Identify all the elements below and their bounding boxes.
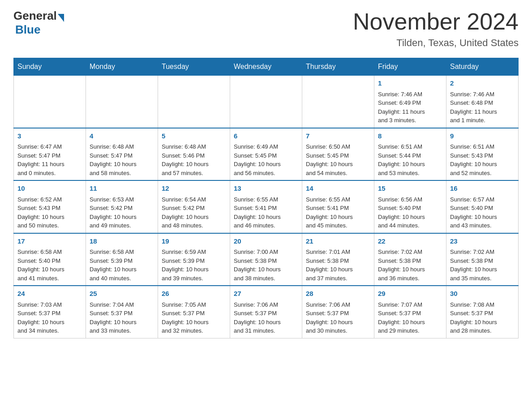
day-info: Sunrise: 7:46 AM Sunset: 6:48 PM Dayligh…	[450, 90, 515, 125]
calendar-week-row: 1Sunrise: 7:46 AM Sunset: 6:49 PM Daylig…	[14, 76, 519, 128]
calendar-week-row: 10Sunrise: 6:52 AM Sunset: 5:43 PM Dayli…	[14, 180, 519, 233]
calendar-cell: 5Sunrise: 6:48 AM Sunset: 5:46 PM Daylig…	[158, 128, 230, 181]
day-info: Sunrise: 6:58 AM Sunset: 5:39 PM Dayligh…	[90, 248, 154, 283]
calendar-cell: 14Sunrise: 6:55 AM Sunset: 5:41 PM Dayli…	[302, 180, 374, 233]
day-number: 25	[90, 289, 154, 299]
weekday-header-monday: Monday	[86, 58, 158, 76]
day-info: Sunrise: 6:58 AM Sunset: 5:40 PM Dayligh…	[17, 248, 82, 283]
day-number: 24	[17, 289, 82, 299]
calendar-cell: 12Sunrise: 6:54 AM Sunset: 5:42 PM Dayli…	[158, 180, 230, 233]
page-header: General Blue November 2024 Tilden, Texas…	[13, 9, 519, 49]
day-number: 26	[162, 289, 226, 299]
calendar-cell: 25Sunrise: 7:04 AM Sunset: 5:37 PM Dayli…	[86, 286, 158, 338]
location-subtitle: Tilden, Texas, United States	[353, 37, 519, 49]
calendar-table: SundayMondayTuesdayWednesdayThursdayFrid…	[13, 58, 519, 338]
day-info: Sunrise: 7:08 AM Sunset: 5:37 PM Dayligh…	[450, 300, 515, 335]
day-number: 17	[17, 236, 82, 247]
logo-arrow-icon	[58, 14, 64, 22]
weekday-header-wednesday: Wednesday	[230, 58, 302, 76]
day-info: Sunrise: 7:06 AM Sunset: 5:37 PM Dayligh…	[234, 300, 298, 335]
weekday-header-friday: Friday	[374, 58, 446, 76]
calendar-cell: 28Sunrise: 7:06 AM Sunset: 5:37 PM Dayli…	[302, 286, 374, 338]
calendar-cell	[14, 76, 86, 128]
day-info: Sunrise: 6:49 AM Sunset: 5:45 PM Dayligh…	[234, 142, 298, 177]
day-number: 16	[450, 184, 515, 194]
day-number: 14	[306, 184, 370, 194]
day-info: Sunrise: 7:02 AM Sunset: 5:38 PM Dayligh…	[378, 248, 442, 283]
calendar-cell: 19Sunrise: 6:59 AM Sunset: 5:39 PM Dayli…	[158, 233, 230, 286]
calendar-cell: 8Sunrise: 6:51 AM Sunset: 5:44 PM Daylig…	[374, 128, 446, 181]
day-info: Sunrise: 6:54 AM Sunset: 5:42 PM Dayligh…	[162, 195, 226, 230]
calendar-cell: 29Sunrise: 7:07 AM Sunset: 5:37 PM Dayli…	[374, 286, 446, 338]
day-info: Sunrise: 6:51 AM Sunset: 5:43 PM Dayligh…	[450, 142, 515, 177]
day-number: 21	[306, 236, 370, 247]
day-number: 13	[234, 184, 298, 194]
calendar-header-row: SundayMondayTuesdayWednesdayThursdayFrid…	[14, 58, 519, 76]
calendar-cell: 17Sunrise: 6:58 AM Sunset: 5:40 PM Dayli…	[14, 233, 86, 286]
weekday-header-thursday: Thursday	[302, 58, 374, 76]
day-number: 10	[17, 184, 82, 194]
calendar-cell: 13Sunrise: 6:55 AM Sunset: 5:41 PM Dayli…	[230, 180, 302, 233]
calendar-cell: 21Sunrise: 7:01 AM Sunset: 5:38 PM Dayli…	[302, 233, 374, 286]
calendar-cell: 9Sunrise: 6:51 AM Sunset: 5:43 PM Daylig…	[446, 128, 519, 181]
day-info: Sunrise: 6:59 AM Sunset: 5:39 PM Dayligh…	[162, 248, 226, 283]
calendar-cell: 18Sunrise: 6:58 AM Sunset: 5:39 PM Dayli…	[86, 233, 158, 286]
calendar-cell: 27Sunrise: 7:06 AM Sunset: 5:37 PM Dayli…	[230, 286, 302, 338]
day-number: 28	[306, 289, 370, 299]
day-number: 3	[17, 131, 82, 141]
calendar-cell: 23Sunrise: 7:02 AM Sunset: 5:38 PM Dayli…	[446, 233, 519, 286]
calendar-week-row: 3Sunrise: 6:47 AM Sunset: 5:47 PM Daylig…	[14, 128, 519, 181]
day-info: Sunrise: 7:05 AM Sunset: 5:37 PM Dayligh…	[162, 300, 226, 335]
day-info: Sunrise: 7:00 AM Sunset: 5:38 PM Dayligh…	[234, 248, 298, 283]
day-number: 19	[162, 236, 226, 247]
day-number: 6	[234, 131, 298, 141]
weekday-header-tuesday: Tuesday	[158, 58, 230, 76]
logo-blue-text: Blue	[15, 23, 40, 36]
month-title: November 2024	[353, 9, 519, 34]
day-info: Sunrise: 7:01 AM Sunset: 5:38 PM Dayligh…	[306, 248, 370, 283]
day-info: Sunrise: 6:48 AM Sunset: 5:47 PM Dayligh…	[90, 142, 154, 177]
calendar-cell: 24Sunrise: 7:03 AM Sunset: 5:37 PM Dayli…	[14, 286, 86, 338]
day-info: Sunrise: 6:53 AM Sunset: 5:42 PM Dayligh…	[90, 195, 154, 230]
day-number: 18	[90, 236, 154, 247]
day-number: 4	[90, 131, 154, 141]
day-number: 9	[450, 131, 515, 141]
logo-general-text: General	[13, 9, 57, 23]
calendar-cell: 4Sunrise: 6:48 AM Sunset: 5:47 PM Daylig…	[86, 128, 158, 181]
calendar-cell	[158, 76, 230, 128]
day-info: Sunrise: 7:04 AM Sunset: 5:37 PM Dayligh…	[90, 300, 154, 335]
calendar-cell: 3Sunrise: 6:47 AM Sunset: 5:47 PM Daylig…	[14, 128, 86, 181]
day-info: Sunrise: 6:51 AM Sunset: 5:44 PM Dayligh…	[378, 142, 442, 177]
calendar-cell	[302, 76, 374, 128]
day-info: Sunrise: 6:56 AM Sunset: 5:40 PM Dayligh…	[378, 195, 442, 230]
day-info: Sunrise: 7:02 AM Sunset: 5:38 PM Dayligh…	[450, 248, 515, 283]
day-info: Sunrise: 7:46 AM Sunset: 6:49 PM Dayligh…	[378, 90, 442, 125]
day-info: Sunrise: 6:55 AM Sunset: 5:41 PM Dayligh…	[306, 195, 370, 230]
day-number: 27	[234, 289, 298, 299]
calendar-cell: 11Sunrise: 6:53 AM Sunset: 5:42 PM Dayli…	[86, 180, 158, 233]
calendar-cell: 7Sunrise: 6:50 AM Sunset: 5:45 PM Daylig…	[302, 128, 374, 181]
day-number: 2	[450, 78, 515, 89]
day-number: 1	[378, 78, 442, 89]
day-number: 29	[378, 289, 442, 299]
calendar-cell: 1Sunrise: 7:46 AM Sunset: 6:49 PM Daylig…	[374, 76, 446, 128]
day-info: Sunrise: 6:52 AM Sunset: 5:43 PM Dayligh…	[17, 195, 82, 230]
day-number: 8	[378, 131, 442, 141]
calendar-cell: 30Sunrise: 7:08 AM Sunset: 5:37 PM Dayli…	[446, 286, 519, 338]
day-number: 11	[90, 184, 154, 194]
day-number: 7	[306, 131, 370, 141]
calendar-cell: 20Sunrise: 7:00 AM Sunset: 5:38 PM Dayli…	[230, 233, 302, 286]
day-number: 12	[162, 184, 226, 194]
calendar-week-row: 17Sunrise: 6:58 AM Sunset: 5:40 PM Dayli…	[14, 233, 519, 286]
day-info: Sunrise: 7:06 AM Sunset: 5:37 PM Dayligh…	[306, 300, 370, 335]
title-block: November 2024 Tilden, Texas, United Stat…	[353, 9, 519, 49]
day-number: 20	[234, 236, 298, 247]
day-number: 23	[450, 236, 515, 247]
calendar-cell: 15Sunrise: 6:56 AM Sunset: 5:40 PM Dayli…	[374, 180, 446, 233]
day-info: Sunrise: 7:03 AM Sunset: 5:37 PM Dayligh…	[17, 300, 82, 335]
calendar-cell: 26Sunrise: 7:05 AM Sunset: 5:37 PM Dayli…	[158, 286, 230, 338]
day-number: 5	[162, 131, 226, 141]
calendar-cell	[86, 76, 158, 128]
calendar-cell: 16Sunrise: 6:57 AM Sunset: 5:40 PM Dayli…	[446, 180, 519, 233]
logo: General Blue	[13, 9, 64, 37]
